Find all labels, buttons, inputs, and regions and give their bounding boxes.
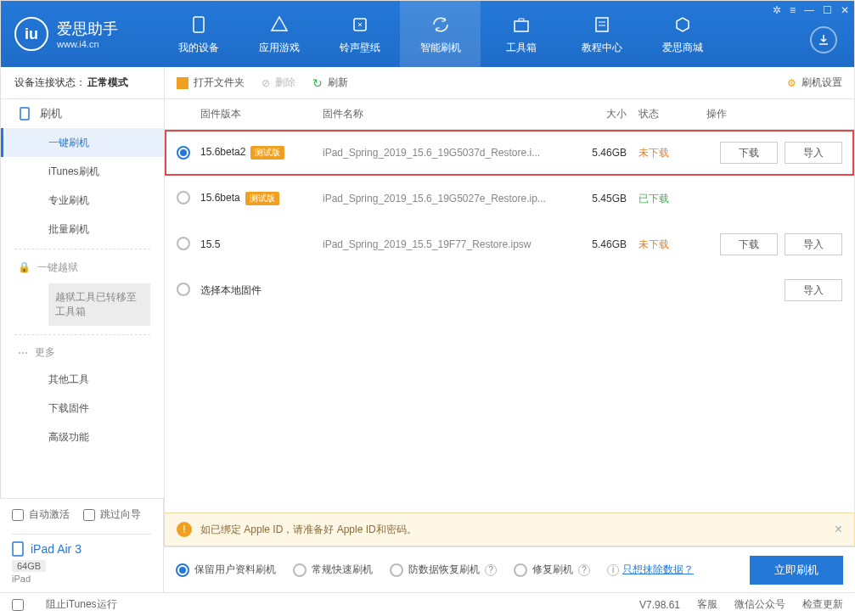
gear-icon: ⚙ <box>787 77 796 89</box>
more-icon: ⋯ <box>18 347 28 359</box>
nav-1[interactable]: 应用游戏 <box>239 1 319 67</box>
opt-anti-recover[interactable]: 防数据恢复刷机? <box>390 563 497 577</box>
beta-tag: 测试版 <box>250 146 284 160</box>
device-name[interactable]: iPad Air 3 <box>12 541 151 557</box>
sidebar-bottom: 自动激活 跳过向导 iPad Air 3 64GB iPad <box>0 498 164 592</box>
sidebar-item-2[interactable]: 专业刷机 <box>1 186 164 215</box>
stop-itunes-checkbox[interactable]: 阻止iTunes运行 <box>12 597 117 612</box>
app-title: 爱思助手 <box>57 19 118 39</box>
radio[interactable] <box>177 283 190 296</box>
opt-normal[interactable]: 常规快速刷机 <box>293 563 373 577</box>
window-controls: ✲ ≡ — ☐ ✕ <box>773 4 849 16</box>
status-bar-bottom: 阻止iTunes运行 V7.98.61 客服 微信公众号 检查更新 <box>0 592 855 616</box>
app-header: iu 爱思助手 www.i4.cn 我的设备应用游戏铃声壁纸智能刷机工具箱教程中… <box>1 1 854 67</box>
nav-icon <box>672 14 694 36</box>
toolbar: 打开文件夹 ⊘ 删除 ↻ 刷新 ⚙ 刷机设置 <box>165 67 854 99</box>
col-name: 固件名称 <box>323 107 579 121</box>
col-size: 大小 <box>579 107 638 121</box>
download-button[interactable]: 下载 <box>720 142 778 164</box>
sidebar-item-3[interactable]: 批量刷机 <box>1 215 164 244</box>
radio[interactable] <box>177 191 190 204</box>
import-button[interactable]: 导入 <box>785 142 842 164</box>
nav-icon <box>430 14 452 36</box>
main-nav: 我的设备应用游戏铃声壁纸智能刷机工具箱教程中心爱思商城 <box>158 1 854 67</box>
svg-rect-5 <box>13 542 23 556</box>
close-icon[interactable]: ✕ <box>841 4 849 16</box>
nav-0[interactable]: 我的设备 <box>158 1 239 67</box>
download-button[interactable]: 下载 <box>720 233 778 255</box>
radio[interactable] <box>177 146 190 160</box>
sidebar-item-0[interactable]: 一键刷机 <box>1 128 164 157</box>
maximize-icon[interactable]: ☐ <box>823 4 832 16</box>
nav-3[interactable]: 智能刷机 <box>400 1 481 67</box>
support-link[interactable]: 客服 <box>697 597 717 612</box>
nav-icon <box>510 14 532 36</box>
sidebar-more-0[interactable]: 其他工具 <box>1 366 164 395</box>
alert-banner: ! 如已绑定 Apple ID，请准备好 Apple ID和密码。 × <box>164 512 855 546</box>
sidebar-more-2[interactable]: 高级功能 <box>1 423 164 452</box>
lock-icon: 🔒 <box>18 261 31 273</box>
firmware-status: 已下载 <box>638 192 706 206</box>
status-prefix: 设备连接状态： <box>14 76 86 90</box>
ipad-icon <box>12 541 24 557</box>
wechat-link[interactable]: 微信公众号 <box>734 597 785 612</box>
svg-rect-2 <box>515 21 528 31</box>
jailbreak-note: 越狱工具已转移至工具箱 <box>48 283 150 326</box>
nav-6[interactable]: 爱思商城 <box>642 1 723 67</box>
nav-4[interactable]: 工具箱 <box>481 1 561 67</box>
firmware-row[interactable]: 15.5iPad_Spring_2019_15.5_19F77_Restore.… <box>165 221 854 267</box>
sidebar-more-1[interactable]: 下载固件 <box>1 395 164 423</box>
open-folder-button[interactable]: 打开文件夹 <box>177 76 245 90</box>
check-update-link[interactable]: 检查更新 <box>802 597 843 612</box>
delete-button[interactable]: ⊘ 删除 <box>262 76 295 90</box>
erase-link[interactable]: 只想抹除数据？ <box>622 563 694 577</box>
auto-activate-checkbox[interactable]: 自动激活 <box>12 507 70 522</box>
delete-icon: ⊘ <box>262 77 270 89</box>
firmware-row[interactable]: 15.6beta测试版iPad_Spring_2019_15.6_19G5027… <box>165 176 854 221</box>
settings-icon[interactable]: ✲ <box>773 4 781 16</box>
nav-2[interactable]: 铃声壁纸 <box>319 1 400 67</box>
firmware-size: 5.45GB <box>579 193 638 204</box>
col-status: 状态 <box>638 107 706 121</box>
download-manager-icon[interactable] <box>810 26 837 53</box>
device-capacity: 64GB <box>12 560 46 572</box>
skip-guide-checkbox[interactable]: 跳过向导 <box>83 507 141 522</box>
firmware-status: 未下载 <box>638 238 706 252</box>
logo-icon: iu <box>14 17 48 51</box>
refresh-button[interactable]: ↻ 刷新 <box>312 76 348 90</box>
flash-settings-button[interactable]: ⚙ 刷机设置 <box>787 76 842 90</box>
beta-tag: 测试版 <box>245 192 279 205</box>
flash-options: 保留用户资料刷机 常规快速刷机 防数据恢复刷机? 修复刷机? i只想抹除数据？ … <box>164 546 855 592</box>
minimize-icon[interactable]: — <box>804 4 814 16</box>
nav-5[interactable]: 教程中心 <box>561 1 642 67</box>
opt-keep-data[interactable]: 保留用户资料刷机 <box>176 563 276 577</box>
table-header: 固件版本 固件名称 大小 状态 操作 <box>165 99 854 130</box>
menu-icon[interactable]: ≡ <box>790 4 796 16</box>
svg-rect-0 <box>194 17 204 32</box>
opt-repair[interactable]: 修复刷机? <box>514 563 590 577</box>
sidebar-item-1[interactable]: iTunes刷机 <box>1 157 164 186</box>
connection-status: 设备连接状态： 正常模式 <box>1 67 165 99</box>
help-icon[interactable]: ? <box>578 564 590 576</box>
import-button[interactable]: 导入 <box>785 279 842 301</box>
firmware-row[interactable]: 选择本地固件导入 <box>165 267 854 313</box>
import-button[interactable]: 导入 <box>785 233 842 255</box>
col-action: 操作 <box>706 107 842 121</box>
sidebar-group-flash[interactable]: 刷机 <box>1 99 164 128</box>
flash-now-button[interactable]: 立即刷机 <box>750 556 843 585</box>
phone-icon <box>18 107 31 120</box>
firmware-row[interactable]: 15.6beta2测试版iPad_Spring_2019_15.6_19G503… <box>165 130 854 176</box>
sidebar-group-jailbreak: 🔒 一键越狱 <box>1 255 164 280</box>
firmware-status: 未下载 <box>638 146 706 160</box>
svg-rect-3 <box>596 18 608 31</box>
sidebar-group-more[interactable]: ⋯ 更多 <box>1 340 164 366</box>
firmware-size: 5.46GB <box>579 238 638 250</box>
firmware-name: iPad_Spring_2019_15.6_19G5027e_Restore.i… <box>323 193 579 204</box>
radio[interactable] <box>177 237 190 250</box>
nav-icon <box>591 14 613 36</box>
help-icon[interactable]: ? <box>485 564 497 576</box>
nav-icon <box>349 14 371 36</box>
alert-close-icon[interactable]: × <box>835 522 842 537</box>
logo-area: iu 爱思助手 www.i4.cn <box>1 17 158 51</box>
device-type: iPad <box>12 574 151 584</box>
